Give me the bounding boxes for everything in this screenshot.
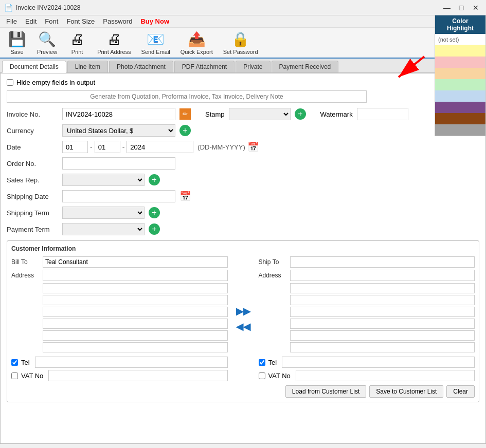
hide-empty-checkbox[interactable]: [7, 79, 13, 86]
bill-address-input-5[interactable]: [43, 319, 228, 329]
bill-tel-input[interactable]: [35, 357, 228, 368]
bill-address-input-6[interactable]: [43, 330, 228, 341]
order-no-label: Order No.: [7, 160, 58, 167]
bill-address-label: Address: [11, 272, 40, 279]
sales-rep-add-button[interactable]: +: [149, 174, 160, 185]
print-address-button[interactable]: 🖨 Print Address: [94, 29, 134, 57]
shipping-date-input[interactable]: [62, 190, 175, 202]
payment-term-add-button[interactable]: +: [149, 223, 160, 235]
load-from-customer-list-button[interactable]: Load from Customer List: [285, 385, 366, 398]
save-to-customer-list-button[interactable]: Save to Customer List: [369, 385, 443, 398]
bill-address-input-7[interactable]: [43, 342, 228, 352]
currency-add-button[interactable]: +: [179, 125, 191, 136]
bill-address-row: Address: [11, 270, 228, 281]
invoice-no-row: Invoice No. ✏ Stamp + Watermark: [7, 108, 479, 120]
tab-photo-attachment[interactable]: Photo Attachment: [109, 61, 173, 72]
watermark-input[interactable]: [357, 108, 408, 120]
ship-address-input-7[interactable]: [290, 342, 475, 352]
menu-font[interactable]: Font: [41, 16, 62, 26]
copy-left-button[interactable]: ◀◀: [236, 321, 250, 332]
maximize-button[interactable]: □: [455, 3, 467, 13]
ship-address-input-6[interactable]: [290, 330, 475, 341]
bill-tel-checkbox[interactable]: [11, 359, 18, 366]
ship-vat-row: VAT No: [259, 370, 475, 381]
color-blue[interactable]: [435, 90, 485, 102]
bill-address-input-4[interactable]: [43, 307, 228, 317]
bill-vat-input[interactable]: [48, 370, 227, 381]
ship-address-input-5[interactable]: [290, 319, 475, 329]
ship-address-extra-rows: [290, 283, 475, 352]
clear-button[interactable]: Clear: [446, 385, 475, 398]
menu-buy-now[interactable]: Buy Now: [136, 16, 173, 26]
color-yellow[interactable]: [435, 45, 485, 57]
tab-payment-received[interactable]: Payment Received: [272, 61, 339, 72]
minimize-button[interactable]: —: [441, 3, 453, 13]
sales-rep-select[interactable]: [62, 174, 145, 186]
tab-document-details[interactable]: Document Details: [2, 61, 66, 73]
bill-address-input-1[interactable]: [43, 270, 228, 281]
ship-address-input-2[interactable]: [290, 283, 475, 293]
bill-vat-checkbox[interactable]: [11, 372, 18, 379]
color-orange[interactable]: [435, 68, 485, 79]
copy-right-button[interactable]: ▶▶: [236, 306, 250, 317]
order-no-input[interactable]: [62, 157, 175, 170]
tab-private[interactable]: Private: [236, 61, 270, 72]
date-year-input[interactable]: [127, 141, 193, 153]
quick-export-label: Quick Export: [181, 49, 213, 55]
shipping-term-add-button[interactable]: +: [149, 207, 160, 218]
currency-select[interactable]: United States Dollar, $: [62, 124, 175, 137]
ship-to-column: Ship To Address Tel: [259, 256, 475, 381]
currency-label: Currency: [7, 127, 58, 135]
window-controls: — □ ✕: [441, 3, 482, 13]
ship-tel-checkbox[interactable]: [259, 359, 265, 366]
quick-export-button[interactable]: 📤 Quick Export: [177, 29, 216, 57]
payment-term-select[interactable]: [62, 223, 145, 235]
save-label: Save: [10, 49, 23, 55]
save-button[interactable]: 💾 Save: [4, 29, 30, 57]
invoice-no-edit-button[interactable]: ✏: [179, 108, 191, 120]
set-password-button[interactable]: 🔒 Set Password: [220, 29, 261, 57]
set-password-icon: 🔒: [231, 31, 249, 48]
stamp-add-button[interactable]: +: [295, 108, 306, 120]
menu-edit[interactable]: Edit: [21, 16, 41, 26]
stamp-select[interactable]: [229, 108, 291, 120]
color-pink[interactable]: [435, 57, 485, 68]
watermark-label: Watermark: [320, 110, 353, 118]
color-green[interactable]: [435, 79, 485, 90]
color-not-set[interactable]: (not set): [435, 34, 485, 45]
ship-tel-input[interactable]: [282, 357, 475, 368]
invoice-no-input[interactable]: [62, 108, 175, 120]
close-button[interactable]: ✕: [470, 3, 482, 13]
calendar-button[interactable]: 📅: [247, 141, 259, 153]
shipping-date-label: Shipping Date: [7, 193, 58, 200]
ship-vat-checkbox[interactable]: [259, 372, 265, 379]
shipping-calendar-button[interactable]: 📅: [179, 191, 191, 202]
ship-address-input-1[interactable]: [290, 270, 475, 281]
generate-input[interactable]: [7, 90, 367, 103]
ship-vat-input[interactable]: [296, 370, 475, 381]
bill-address-input-3[interactable]: [43, 295, 228, 305]
ship-address-row: Address: [259, 270, 475, 281]
bill-address-input-2[interactable]: [43, 283, 228, 293]
menu-file[interactable]: File: [2, 16, 21, 26]
color-purple[interactable]: [435, 102, 485, 113]
date-day-input[interactable]: [62, 141, 88, 153]
preview-button[interactable]: 🔍 Preview: [34, 29, 60, 57]
color-brown[interactable]: [435, 113, 485, 124]
print-button[interactable]: 🖨 Print: [64, 29, 90, 57]
bill-address-extra-rows: [43, 283, 228, 352]
ship-to-input[interactable]: [290, 256, 475, 268]
menu-font-size[interactable]: Font Size: [62, 16, 99, 26]
date-month-input[interactable]: [95, 141, 120, 153]
tab-line-item[interactable]: Line Item: [67, 61, 108, 72]
bill-to-input[interactable]: [43, 256, 228, 268]
generate-btn-row: [7, 90, 479, 103]
tab-pdf-attachment[interactable]: PDF Attachment: [174, 61, 235, 72]
shipping-term-select[interactable]: [62, 207, 145, 219]
color-gray[interactable]: [435, 124, 485, 136]
color-highlight-header: Color Highlight: [435, 15, 485, 34]
menu-password[interactable]: Password: [99, 16, 136, 26]
send-email-button[interactable]: 📧 Send Email: [138, 29, 173, 57]
ship-address-input-3[interactable]: [290, 295, 475, 305]
ship-address-input-4[interactable]: [290, 307, 475, 317]
